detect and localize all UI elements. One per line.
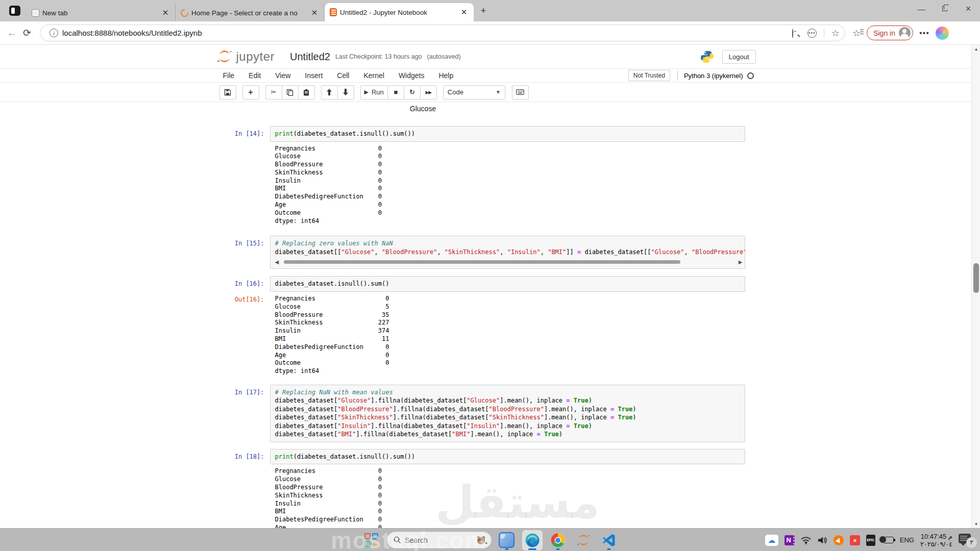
- scrollbar-track[interactable]: [281, 260, 737, 264]
- minimize-button[interactable]: —: [910, 0, 933, 17]
- scroll-down-icon[interactable]: ▼: [972, 520, 980, 528]
- output-prompt-spacer: [216, 145, 270, 226]
- url-field[interactable]: i localhost:8888/notebooks/Untitled2.ipy…: [40, 24, 845, 41]
- menu-item[interactable]: Kernel: [356, 70, 391, 81]
- tab-untitled2-notebook[interactable]: Untitled2 - Jupyter Notebook ✕: [325, 3, 474, 21]
- copilot-icon[interactable]: [936, 27, 949, 40]
- command-palette-button[interactable]: [512, 85, 529, 99]
- cell-output: Pregnancies0Glucose5BloodPressure35SkinT…: [270, 295, 756, 375]
- input-prompt: In [14]:: [216, 126, 270, 142]
- tab-close-icon[interactable]: ✕: [161, 8, 170, 17]
- scroll-right-icon[interactable]: ▶: [739, 259, 743, 265]
- menu-item[interactable]: Help: [431, 70, 460, 81]
- code-editor[interactable]: print(diabetes_dataset.isnull().sum()): [270, 449, 745, 465]
- save-button[interactable]: [219, 85, 236, 99]
- code-editor[interactable]: diabetes_dataset.isnull().sum(): [270, 276, 745, 292]
- cell-output: Pregnancies0Glucose0BloodPressure0SkinTh…: [270, 145, 756, 226]
- restart-run-all-button[interactable]: ▶▶: [420, 85, 437, 99]
- avast-icon[interactable]: [834, 535, 844, 545]
- taskbar-app-notes[interactable]: [497, 530, 517, 550]
- volume-icon[interactable]: [817, 536, 827, 544]
- menu-item[interactable]: View: [268, 70, 298, 81]
- url-text[interactable]: localhost:8888/notebooks/Untitled2.ipynb: [62, 29, 792, 37]
- battery-icon[interactable]: [881, 537, 894, 543]
- jupyter-logo-icon: [216, 49, 233, 64]
- wifi-icon[interactable]: [801, 536, 811, 544]
- menu-item[interactable]: Cell: [330, 70, 356, 81]
- tab-close-icon[interactable]: ✕: [459, 8, 469, 17]
- menu-item[interactable]: Edit: [241, 70, 268, 81]
- notebook-title[interactable]: Untitled2: [290, 51, 330, 63]
- tab-actions-button[interactable]: [7, 3, 22, 18]
- menu-item[interactable]: Widgets: [391, 70, 432, 81]
- start-button[interactable]: [361, 530, 382, 550]
- taskbar-app-edge[interactable]: [522, 530, 543, 550]
- cut-cell-button[interactable]: ✂: [265, 85, 282, 99]
- code-cell-18: In [18]: print(diabetes_dataset.isnull()…: [216, 449, 756, 528]
- jupyter-menubar: FileEditViewInsertCellKernelWidgetsHelp …: [216, 69, 756, 82]
- favorite-star-icon[interactable]: ☆: [831, 28, 840, 39]
- logout-button[interactable]: Logout: [722, 50, 756, 64]
- tab-new-tab[interactable]: New tab ✕: [27, 4, 176, 21]
- copy-cell-button[interactable]: [282, 85, 299, 99]
- red-utility-icon[interactable]: »: [850, 535, 860, 545]
- code-editor[interactable]: # Replacing zero values with NaNdiabetes…: [270, 236, 745, 269]
- tab-close-icon[interactable]: ✕: [310, 8, 319, 17]
- move-cell-down-button[interactable]: [337, 85, 354, 99]
- permissions-icon[interactable]: •••: [807, 29, 817, 38]
- run-button[interactable]: ▶ Run: [360, 85, 388, 99]
- scroll-up-icon[interactable]: ▲: [972, 45, 980, 53]
- checkpoint-text: Last Checkpoint: 13 hours ago: [335, 53, 422, 60]
- add-cell-button[interactable]: +: [242, 85, 259, 99]
- favorites-bar-icon[interactable]: ☆: [852, 28, 861, 39]
- tab-jupyter-home[interactable]: Home Page - Select or create a no ✕: [176, 4, 325, 21]
- scroll-left-icon[interactable]: ◀: [275, 259, 279, 265]
- close-button[interactable]: ×: [957, 0, 980, 17]
- code-cell-14: In [14]: print(diabetes_dataset.isnull()…: [216, 126, 756, 225]
- cell-type-dropdown[interactable]: Code ▼: [443, 85, 505, 99]
- output-line: Age0: [275, 352, 756, 360]
- code-editor[interactable]: # Replacing NaN with mean valuesdiabetes…: [270, 385, 745, 442]
- site-info-icon[interactable]: i: [50, 29, 58, 37]
- move-cell-up-button[interactable]: [321, 85, 338, 99]
- scrollbar-thumb[interactable]: [284, 260, 680, 264]
- cloud-sync-icon[interactable]: ☁: [765, 535, 778, 546]
- browser-tab-bar: New tab ✕ Home Page - Select or create a…: [0, 0, 980, 21]
- page-scrollbar[interactable]: ▲ ▼: [971, 45, 980, 528]
- workspaces-icon: [9, 6, 20, 16]
- input-prompt: In [15]:: [216, 236, 270, 269]
- taskbar-app-jupyter[interactable]: [573, 530, 594, 550]
- output-line: BMI0: [275, 185, 756, 193]
- horizontal-scrollbar[interactable]: ◀ ▶: [275, 259, 743, 265]
- scrollbar-thumb[interactable]: [973, 263, 979, 293]
- onenote-icon[interactable]: N: [785, 535, 795, 545]
- output-line: BMI0: [275, 508, 756, 516]
- new-tab-button[interactable]: +: [477, 4, 490, 17]
- restart-kernel-button[interactable]: ↻: [404, 85, 421, 99]
- not-trusted-button[interactable]: Not Trusted: [628, 70, 670, 81]
- zoom-out-icon[interactable]: [792, 29, 800, 37]
- notification-center[interactable]: ٣: [959, 533, 977, 548]
- refresh-button[interactable]: ⟳: [19, 26, 35, 41]
- epic-games-icon[interactable]: EPIC: [866, 535, 875, 546]
- menu-item[interactable]: File: [216, 70, 242, 81]
- output-line: Pregnancies0: [275, 295, 756, 303]
- language-indicator[interactable]: ENG: [900, 536, 914, 544]
- taskbar-search[interactable]: Search: [387, 532, 492, 548]
- browser-menu-button[interactable]: •••: [919, 29, 929, 38]
- taskbar-clock[interactable]: 10:47:45 م ٢٠٢٥/٠٩/٠٤: [920, 533, 952, 548]
- menu-item[interactable]: Insert: [298, 70, 330, 81]
- code-editor[interactable]: print(diabetes_dataset.isnull().sum()): [270, 126, 745, 142]
- jupyter-logo[interactable]: jupyter: [216, 49, 275, 64]
- taskbar-app-chrome[interactable]: [548, 530, 568, 550]
- interrupt-kernel-button[interactable]: ■: [387, 85, 404, 99]
- paste-cell-button[interactable]: [298, 85, 315, 99]
- back-button[interactable]: ←: [4, 26, 19, 41]
- taskbar-app-vscode[interactable]: [599, 530, 619, 550]
- restore-button[interactable]: [933, 0, 957, 17]
- sign-in-button[interactable]: Sign in: [867, 26, 913, 40]
- output-line: BloodPressure0: [275, 161, 756, 169]
- jupyter-app-icon: [576, 533, 591, 548]
- tab-title: New tab: [42, 9, 158, 17]
- sign-in-label: Sign in: [873, 29, 895, 37]
